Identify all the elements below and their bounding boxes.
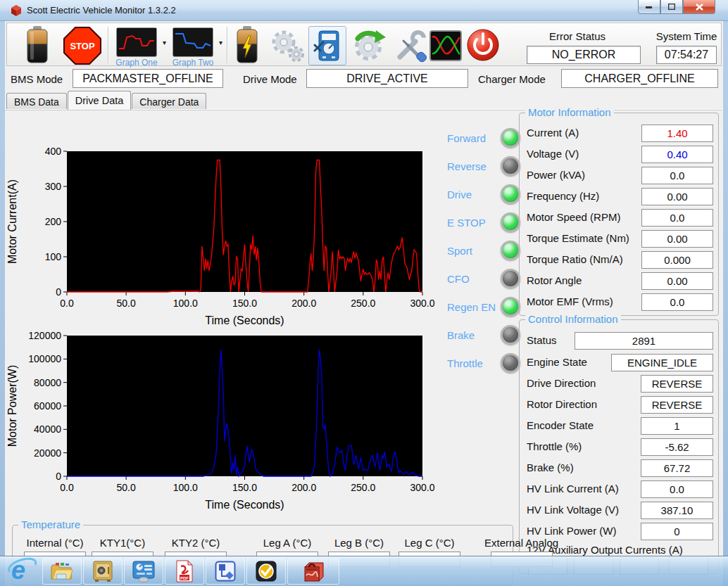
svg-text:120000: 120000 — [28, 330, 61, 341]
folder-icon — [50, 561, 74, 582]
close-button[interactable] — [683, 0, 715, 14]
safe-taskbar-button[interactable] — [83, 558, 123, 585]
led-row-drive: Drive — [447, 180, 529, 208]
flowchart-app-taskbar-button[interactable] — [206, 558, 245, 585]
svg-text:0.0: 0.0 — [60, 298, 74, 309]
motor-current-chart: 0.050.0100.0150.0200.0250.0300.001002003… — [5, 137, 438, 334]
client-area: STOP Graph One ▾ — [5, 21, 723, 586]
led-row-brake: Brake — [447, 321, 529, 349]
svg-text:0: 0 — [56, 471, 61, 482]
battery-charge-button[interactable] — [234, 26, 261, 64]
charger-mode-label: Charger Mode — [478, 73, 546, 85]
estop-led-indicator — [501, 212, 520, 232]
regen-led-indicator — [501, 297, 520, 317]
temperature-title: Temperature — [18, 518, 83, 530]
svg-text:0.0: 0.0 — [60, 482, 74, 493]
motor-emf-field[interactable] — [641, 293, 713, 311]
svg-text:200.0: 200.0 — [291, 298, 316, 309]
drive-direction-field[interactable] — [641, 375, 713, 393]
svg-text:400: 400 — [45, 146, 62, 157]
encoder-state-field[interactable] — [641, 417, 713, 435]
app-icon — [10, 4, 23, 20]
battery-button[interactable] — [24, 26, 51, 64]
svg-text:Motor Current(A): Motor Current(A) — [6, 179, 18, 264]
rotor-direction-field[interactable] — [641, 396, 713, 414]
graph-one-button[interactable]: Graph One — [113, 27, 161, 68]
error-status-field[interactable] — [527, 46, 641, 64]
led-row-reverse: Reverse — [447, 152, 529, 180]
graph-two-dropdown-arrow[interactable]: ▾ — [219, 39, 222, 46]
norton-security-taskbar-button[interactable] — [246, 558, 286, 585]
power-button[interactable] — [466, 28, 500, 62]
hv-link-power-field[interactable] — [641, 523, 713, 540]
svg-text:200: 200 — [45, 216, 62, 227]
tools-button[interactable] — [391, 27, 428, 64]
norton-shield-icon — [256, 561, 277, 582]
engine-state-field[interactable] — [611, 354, 713, 371]
graph-two-button[interactable]: Graph Two — [169, 27, 217, 68]
control-panel-icon — [132, 560, 156, 582]
tab-drive-data[interactable]: Drive Data — [68, 91, 132, 110]
motor-information-title: Motor Information — [525, 106, 614, 118]
bms-mode-field[interactable] — [73, 69, 223, 88]
svg-text:250.0: 250.0 — [351, 298, 375, 309]
throttle-led-indicator — [501, 353, 520, 373]
flowchart-icon — [215, 561, 236, 582]
motor-speed-field[interactable] — [641, 209, 713, 227]
app-window: Scott Electric Vehicle Monitor 1.3.2.2 — [0, 0, 728, 586]
tools-icon — [391, 27, 428, 64]
error-status-label: Error Status — [539, 30, 616, 42]
stop-icon: STOP — [63, 27, 101, 65]
svg-text:20000: 20000 — [34, 447, 61, 459]
graph-one-dropdown-arrow[interactable]: ▾ — [163, 39, 166, 46]
battery-charge-icon — [234, 26, 261, 64]
power-field[interactable] — [641, 167, 713, 184]
throttle-field[interactable] — [641, 438, 713, 456]
led-row-forward: Forward — [447, 124, 529, 152]
minimize-button[interactable] — [638, 0, 660, 14]
current-field[interactable] — [641, 125, 713, 142]
brake-field[interactable] — [641, 459, 713, 477]
hv-link-voltage-field[interactable] — [641, 502, 713, 519]
svg-text:Time (Seconds): Time (Seconds) — [205, 499, 284, 511]
rotor-angle-field[interactable] — [641, 272, 713, 290]
status-field[interactable] — [575, 332, 713, 350]
torque-ratio-field[interactable] — [641, 251, 713, 269]
voltage-field[interactable] — [641, 146, 713, 163]
tab-bms-data[interactable]: BMS Data — [6, 93, 67, 110]
frequency-field[interactable] — [641, 188, 713, 205]
svg-text:100: 100 — [45, 251, 62, 262]
svg-text:STOP: STOP — [70, 41, 94, 51]
toolbox-taskbar-button[interactable] — [287, 558, 339, 585]
led-row-regen: Regen EN — [447, 293, 529, 321]
pdf-reader-taskbar-button[interactable]: PDF — [165, 558, 204, 585]
oscilloscope-icon — [429, 30, 462, 61]
drive-mode-label: Drive Mode — [243, 73, 297, 85]
power-icon — [466, 28, 500, 62]
control-information-group: Control Information Status Engine State … — [519, 319, 719, 574]
system-time-field[interactable] — [656, 46, 717, 64]
svg-text:80000: 80000 — [34, 377, 61, 388]
svg-text:PDF: PDF — [180, 576, 189, 580]
control-panel-taskbar-button[interactable] — [124, 558, 163, 585]
stop-button[interactable]: STOP — [63, 27, 101, 65]
refresh-button[interactable] — [351, 27, 387, 64]
oscilloscope-button[interactable] — [429, 30, 462, 61]
svg-text:150.0: 150.0 — [232, 482, 257, 493]
drive-led-indicator — [501, 184, 520, 204]
svg-text:0: 0 — [56, 286, 61, 298]
svg-text:200.0: 200.0 — [291, 482, 316, 493]
file-manager-taskbar-button[interactable] — [42, 558, 82, 585]
charger-mode-field[interactable] — [561, 69, 718, 88]
hv-link-current-field[interactable] — [641, 480, 713, 498]
led-row-sport: Sport — [447, 236, 529, 265]
forward-led-indicator — [501, 128, 520, 148]
multimeter-button[interactable] — [308, 26, 346, 65]
drive-mode-field[interactable] — [306, 69, 468, 88]
internet-explorer-icon[interactable]: e — [7, 556, 38, 586]
tab-charger-data[interactable]: Charger Data — [132, 93, 206, 110]
maximize-button[interactable] — [660, 0, 683, 14]
led-row-estop: E STOP — [447, 208, 529, 236]
torque-estimate-field[interactable] — [641, 230, 713, 248]
settings-button[interactable] — [269, 27, 306, 64]
